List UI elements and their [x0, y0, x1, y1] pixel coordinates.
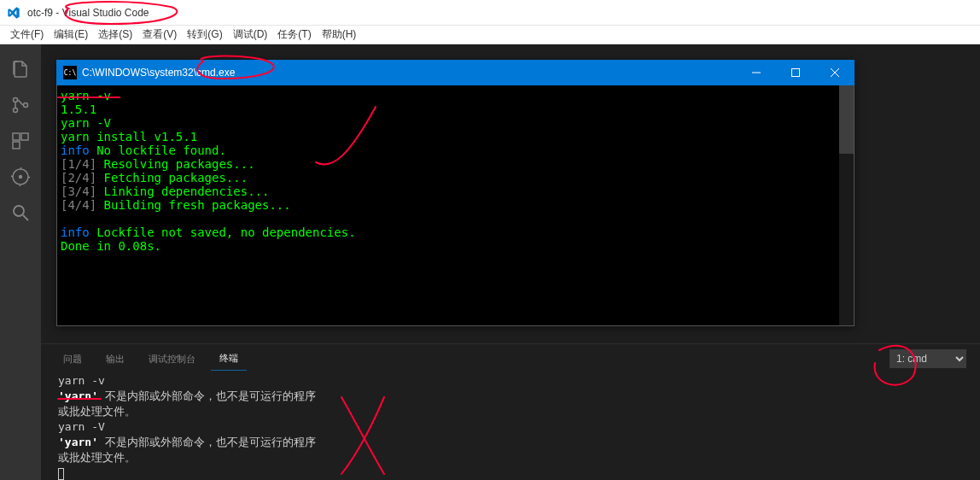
panel-tabs: 问题 输出 调试控制台 终端 1: cmd	[41, 344, 980, 373]
explorer-icon[interactable]	[0, 51, 41, 87]
editor-area: C:\ C:\WINDOWS\system32\cmd.exe yarn -v …	[41, 44, 980, 480]
tab-output[interactable]: 输出	[97, 348, 133, 371]
cmd-scrollbar[interactable]	[839, 85, 854, 325]
terminal-body[interactable]: yarn -v 'yarn' 不是内部或外部命令，也不是可运行的程序 或批处理文…	[41, 373, 980, 480]
term-line: 不是内部或外部命令，也不是可运行的程序	[98, 436, 316, 448]
svg-point-2	[24, 103, 28, 108]
cmd-line: info	[61, 143, 90, 157]
cmd-line: Lockfile not saved, no dependencies.	[90, 225, 356, 239]
svg-point-7	[20, 176, 22, 179]
title-bar: otc-f9 - Visual Studio Code	[0, 0, 980, 26]
svg-point-8	[14, 206, 24, 216]
cmd-line: info	[61, 225, 90, 239]
menu-select[interactable]: 选择(S)	[93, 26, 137, 44]
extensions-icon[interactable]	[0, 123, 41, 159]
cmd-line: yarn -V	[61, 116, 111, 130]
svg-point-0	[14, 98, 18, 102]
menu-view[interactable]: 查看(V)	[137, 26, 182, 44]
cmd-scrollbar-thumb[interactable]	[839, 85, 854, 154]
terminal-select[interactable]: 1: cmd	[890, 349, 966, 368]
term-line: 'yarn'	[58, 389, 98, 402]
tab-debug-console[interactable]: 调试控制台	[140, 348, 204, 371]
cmd-window: C:\ C:\WINDOWS\system32\cmd.exe yarn -v …	[56, 60, 855, 326]
cmd-line: Done in 0.08s.	[61, 239, 161, 253]
menu-bar: 文件(F) 编辑(E) 选择(S) 查看(V) 转到(G) 调试(D) 任务(T…	[0, 26, 980, 44]
svg-rect-5	[13, 142, 20, 149]
cmd-icon: C:\	[63, 66, 77, 79]
svg-point-1	[14, 108, 18, 113]
term-line: 不是内部或外部命令，也不是可运行的程序	[98, 389, 316, 402]
terminal-cursor	[58, 468, 64, 480]
term-line: 或批处理文件。	[58, 404, 963, 419]
minimize-button[interactable]	[737, 60, 776, 85]
tab-problems[interactable]: 问题	[55, 348, 90, 371]
menu-help[interactable]: 帮助(H)	[317, 26, 362, 44]
term-line: yarn -v	[58, 373, 963, 389]
cmd-line: No lockfile found.	[90, 143, 226, 157]
cmd-line: [4/4]	[61, 198, 96, 212]
cmd-line: Building fresh packages...	[96, 198, 291, 212]
cmd-line: yarn install v1.5.1	[61, 130, 197, 143]
debug-icon[interactable]	[0, 159, 41, 195]
term-line: yarn -V	[58, 419, 963, 435]
svg-rect-3	[13, 133, 20, 140]
search-icon[interactable]	[0, 195, 41, 231]
svg-rect-9	[792, 69, 800, 77]
cmd-line: [1/4]	[61, 157, 96, 171]
cmd-line: Resolving packages...	[96, 157, 254, 171]
cmd-line: [2/4]	[61, 171, 96, 184]
cmd-titlebar[interactable]: C:\ C:\WINDOWS\system32\cmd.exe	[56, 60, 855, 85]
window-title: otc-f9 - Visual Studio Code	[27, 7, 149, 19]
source-control-icon[interactable]	[0, 87, 41, 123]
cmd-line: [3/4]	[61, 184, 96, 198]
cmd-line: 1.5.1	[61, 102, 96, 116]
panel: 问题 输出 调试控制台 终端 1: cmd yarn -v 'yarn' 不是内…	[41, 343, 980, 480]
cmd-line: Linking dependencies...	[96, 184, 269, 198]
maximize-button[interactable]	[776, 60, 815, 85]
menu-tasks[interactable]: 任务(T)	[272, 26, 316, 44]
menu-debug[interactable]: 调试(D)	[228, 26, 273, 44]
menu-goto[interactable]: 转到(G)	[182, 26, 227, 44]
vscode-logo-icon	[7, 6, 20, 20]
term-line: 或批处理文件。	[58, 450, 963, 465]
cmd-line: yarn -v	[61, 89, 111, 102]
term-line: 'yarn'	[58, 436, 98, 448]
activity-bar	[0, 44, 41, 480]
menu-edit[interactable]: 编辑(E)	[49, 26, 93, 44]
svg-rect-4	[21, 133, 28, 140]
cmd-body[interactable]: yarn -v 1.5.1 yarn -V yarn install v1.5.…	[56, 85, 855, 326]
close-button[interactable]	[815, 60, 855, 85]
tab-terminal[interactable]: 终端	[211, 347, 247, 371]
menu-file[interactable]: 文件(F)	[5, 26, 49, 44]
cmd-title: C:\WINDOWS\system32\cmd.exe	[82, 67, 737, 79]
cmd-line: Fetching packages...	[96, 171, 248, 184]
